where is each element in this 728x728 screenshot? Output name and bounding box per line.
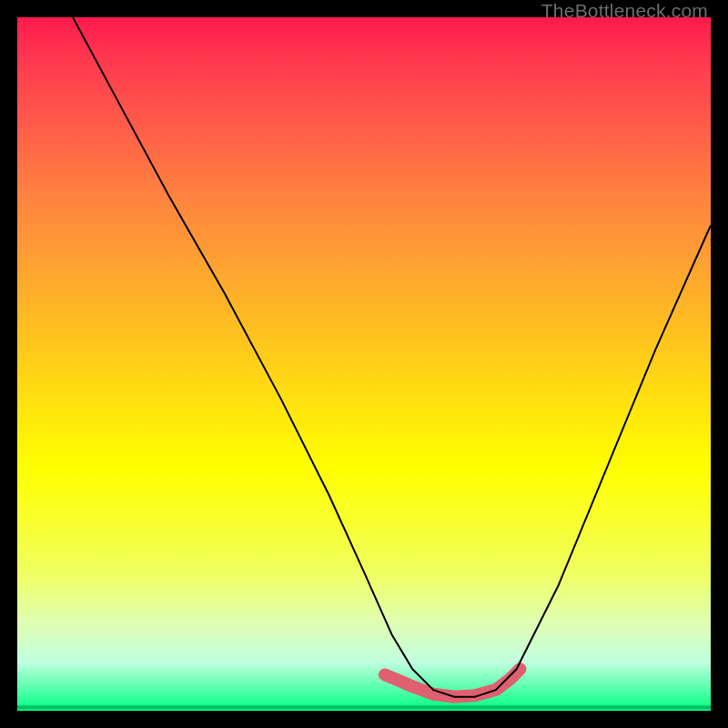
chart-svg — [17, 17, 711, 711]
curve-line — [73, 17, 711, 697]
plot-area — [17, 17, 711, 711]
highlight-pink — [385, 669, 521, 697]
watermark-text: TheBottleneck.com — [541, 0, 708, 22]
